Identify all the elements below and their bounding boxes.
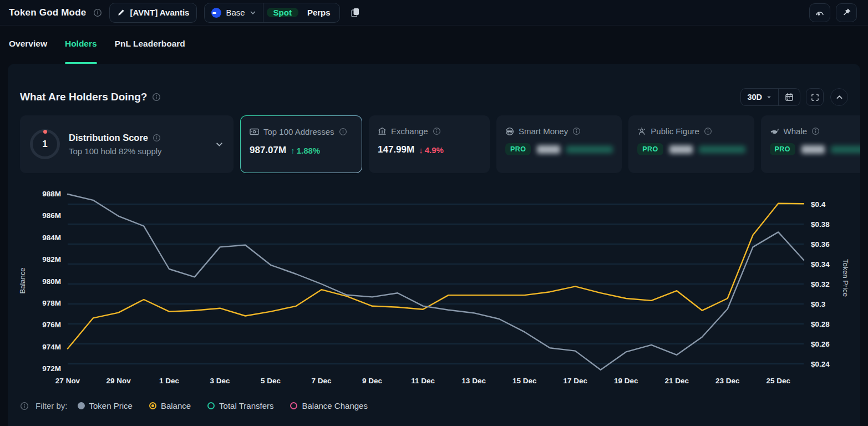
card-title: Whale xyxy=(784,126,808,136)
card-title: Top 100 Addresses xyxy=(263,127,334,136)
blurred-value xyxy=(669,145,693,154)
x-axis-tick: 23 Dec xyxy=(715,377,740,385)
info-icon[interactable] xyxy=(20,402,29,410)
tab-perps[interactable]: Perps xyxy=(300,8,338,17)
x-axis-tick: 27 Nov xyxy=(55,377,80,385)
holders-chart: 988M986M984M982M980M978M976M974M972M$0.4… xyxy=(8,186,860,392)
whale-card[interactable]: Whale PRO xyxy=(761,115,860,173)
filter-by-label: Filter by: xyxy=(35,401,68,410)
filter-total-transfers[interactable]: Total Transfers xyxy=(207,401,273,410)
x-axis-tick: 11 Dec xyxy=(411,377,435,385)
banknote-icon xyxy=(250,128,259,136)
y-axis-right-tick: $0.36 xyxy=(811,240,830,248)
pin-button[interactable] xyxy=(836,3,857,22)
chevron-down-icon[interactable] xyxy=(215,140,224,149)
down-arrow-icon: ↓ xyxy=(419,145,423,155)
token-price-line xyxy=(68,194,804,370)
blurred-change xyxy=(699,146,745,153)
info-icon[interactable] xyxy=(572,127,581,135)
info-icon[interactable] xyxy=(433,127,441,135)
x-axis-tick: 5 Dec xyxy=(261,377,281,385)
base-chain-icon xyxy=(211,8,221,18)
public-figure-card[interactable]: Public Figure PRO xyxy=(628,115,754,173)
filter-balance-changes[interactable]: Balance Changes xyxy=(290,401,367,410)
score-indicator-dot xyxy=(43,130,47,134)
info-icon[interactable] xyxy=(153,134,161,142)
distribution-score-value: 1 xyxy=(42,139,47,150)
legend-item-label: Balance Changes xyxy=(302,401,367,410)
x-axis-tick: 15 Dec xyxy=(512,377,537,385)
token-selector[interactable]: [AVNT] Avantis xyxy=(109,3,197,23)
y-axis-left-tick: 986M xyxy=(42,211,61,220)
balance-radio-icon xyxy=(149,402,156,409)
pro-badge: PRO xyxy=(505,143,531,155)
fullscreen-button[interactable] xyxy=(806,88,824,106)
calendar-icon xyxy=(785,93,794,102)
watchlist-button[interactable] xyxy=(809,3,830,22)
y-axis-right-tick: $0.3 xyxy=(811,300,826,308)
pro-badge: PRO xyxy=(637,143,663,155)
y-axis-left-tick: 978M xyxy=(42,299,61,307)
x-axis-tick: 21 Dec xyxy=(664,377,689,385)
pencil-icon xyxy=(117,8,125,17)
section-tabs: Overview Holders PnL Leaderboard xyxy=(0,26,868,64)
chevron-down-icon xyxy=(766,94,772,100)
filter-balance[interactable]: Balance xyxy=(149,401,191,410)
y-axis-left-tick: 974M xyxy=(42,343,61,351)
copy-icon[interactable] xyxy=(351,7,360,18)
info-icon[interactable] xyxy=(704,127,712,135)
card-title: Smart Money xyxy=(519,126,568,136)
watch-icon xyxy=(815,8,825,18)
up-arrow-icon: ↑ xyxy=(291,146,295,155)
card-title: Public Figure xyxy=(651,126,699,136)
info-icon[interactable] xyxy=(93,8,102,17)
timeframe-dropdown[interactable]: 30D xyxy=(741,89,778,105)
chart-filter-legend: Filter by: Token Price Balance Total Tra… xyxy=(20,401,848,410)
info-icon[interactable] xyxy=(152,93,161,102)
x-axis-tick: 7 Dec xyxy=(312,377,332,385)
exchange-card[interactable]: Exchange 147.99M ↓4.9% xyxy=(369,115,490,173)
info-icon[interactable] xyxy=(811,127,820,135)
right-axis-title: Token Price xyxy=(841,259,850,297)
spot-perps-tabs: Spot Perps xyxy=(263,3,339,22)
panel-title: What Are Holders Doing? xyxy=(20,91,147,103)
change-value: 4.9% xyxy=(425,145,444,155)
tab-pnl-leaderboard[interactable]: PnL Leaderboard xyxy=(115,39,185,64)
y-axis-right-tick: $0.4 xyxy=(811,200,826,209)
smart-money-card[interactable]: Smart Money PRO xyxy=(496,115,622,173)
tab-holders[interactable]: Holders xyxy=(65,39,97,64)
change-badge: ↓4.9% xyxy=(419,145,444,155)
filter-token-price[interactable]: Token Price xyxy=(78,401,133,410)
chart-controls: 30D xyxy=(740,88,848,106)
y-axis-right-tick: $0.32 xyxy=(811,280,830,288)
info-icon[interactable] xyxy=(339,128,347,136)
page-title: Token God Mode xyxy=(9,7,86,18)
x-axis-tick: 25 Dec xyxy=(766,377,790,385)
x-axis-tick: 19 Dec xyxy=(614,377,638,385)
left-axis-title: Balance xyxy=(18,268,27,294)
market-selector-group: Base Spot Perps xyxy=(204,3,339,23)
y-axis-left-tick: 980M xyxy=(42,277,61,286)
metric-cards-row: 1 Distribution Score Top 100 hold 82% su… xyxy=(20,115,860,173)
distribution-score-card[interactable]: 1 Distribution Score Top 100 hold 82% su… xyxy=(20,115,234,173)
timeframe-control: 30D xyxy=(740,88,800,106)
total-transfers-ring-icon xyxy=(207,402,215,409)
x-axis-tick: 29 Nov xyxy=(106,377,131,385)
panel-header: What Are Holders Doing? 30D xyxy=(20,87,848,107)
distribution-score-gauge: 1 xyxy=(30,129,60,159)
card-value: 987.07M xyxy=(250,145,286,156)
holders-chart-container: 988M986M984M982M980M978M976M974M972M$0.4… xyxy=(8,186,860,392)
legend-item-label: Total Transfers xyxy=(219,401,273,410)
tab-overview[interactable]: Overview xyxy=(9,39,47,64)
legend-item-label: Token Price xyxy=(89,401,133,410)
y-axis-right-tick: $0.26 xyxy=(811,340,830,348)
chain-selector[interactable]: Base xyxy=(205,3,262,22)
card-title: Exchange xyxy=(391,126,428,136)
bank-icon xyxy=(378,127,387,135)
top-100-addresses-card[interactable]: Top 100 Addresses 987.07M ↑1.88% xyxy=(241,116,362,173)
calendar-button[interactable] xyxy=(778,89,800,105)
tab-spot[interactable]: Spot xyxy=(267,8,298,17)
collapse-button[interactable] xyxy=(830,88,848,106)
x-axis-tick: 1 Dec xyxy=(159,377,180,385)
pin-icon xyxy=(842,8,851,17)
